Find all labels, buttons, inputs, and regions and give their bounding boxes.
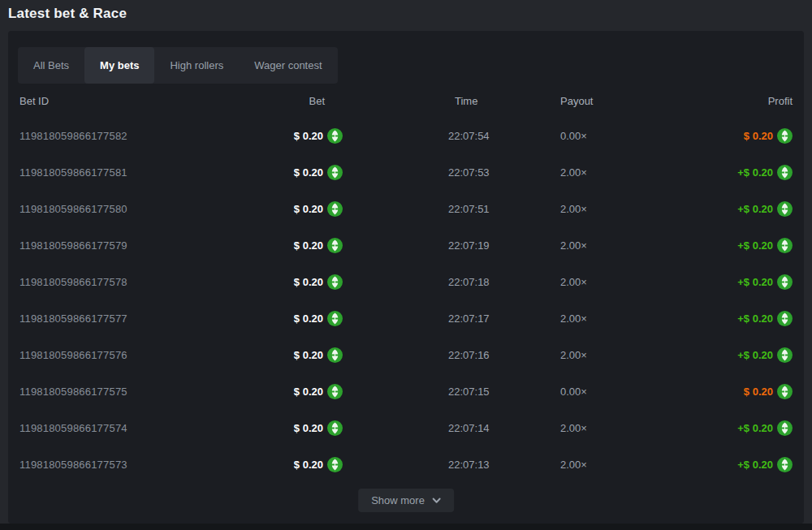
profit-cell: $ 0.20 <box>611 128 793 144</box>
profit-amount: +$ 0.20 <box>737 203 773 215</box>
table-row: 119818059866177582 $ 0.20 22:07:54 0.00×… <box>19 118 793 154</box>
bet-cell: $ 0.20 <box>174 311 343 326</box>
dollar-coin-icon <box>327 128 343 144</box>
table-row: 119818059866177581 $ 0.20 22:07:53 2.00×… <box>19 154 793 191</box>
bet-cell: $ 0.20 <box>174 165 343 180</box>
dollar-coin-icon <box>777 347 793 363</box>
profit-cell: +$ 0.20 <box>611 165 793 180</box>
profit-cell: $ 0.20 <box>611 384 793 399</box>
profit-amount: +$ 0.20 <box>737 422 773 434</box>
dollar-coin-icon <box>327 420 343 436</box>
bet-time: 22:07:18 <box>343 276 489 288</box>
bet-cell: $ 0.20 <box>174 274 343 290</box>
col-header-profit: Profit <box>611 95 793 107</box>
table-row: 119818059866177574 $ 0.20 22:07:14 2.00×… <box>19 410 793 446</box>
bet-id: 119818059866177575 <box>19 386 174 398</box>
bet-time: 22:07:54 <box>343 130 489 142</box>
bet-cell: $ 0.20 <box>174 420 343 436</box>
dollar-coin-icon <box>327 238 343 253</box>
col-header-bet: Bet <box>174 95 343 107</box>
tab-wager-contest[interactable]: Wager contest <box>239 47 337 84</box>
bet-cell: $ 0.20 <box>174 347 343 363</box>
bet-time: 22:07:17 <box>343 312 489 325</box>
profit-cell: +$ 0.20 <box>611 457 793 472</box>
profit-cell: +$ 0.20 <box>611 274 793 290</box>
bet-cell: $ 0.20 <box>174 201 343 217</box>
show-more-label: Show more <box>371 494 425 506</box>
bet-amount: $ 0.20 <box>294 276 323 288</box>
bet-time: 22:07:51 <box>343 203 489 215</box>
col-header-payout: Payout <box>489 95 611 107</box>
dollar-coin-icon <box>327 165 343 180</box>
bet-id: 119818059866177577 <box>19 312 174 325</box>
bet-payout: 0.00× <box>489 386 611 398</box>
bet-time: 22:07:13 <box>343 459 489 471</box>
bet-id: 119818059866177581 <box>19 166 174 179</box>
bet-payout: 2.00× <box>489 459 611 471</box>
profit-amount: $ 0.20 <box>744 386 773 398</box>
bet-payout: 2.00× <box>489 166 611 179</box>
bet-amount: $ 0.20 <box>294 239 323 252</box>
show-more-button[interactable]: Show more <box>358 489 454 512</box>
profit-amount: +$ 0.20 <box>737 349 773 361</box>
table-row: 119818059866177573 $ 0.20 22:07:13 2.00×… <box>19 446 793 483</box>
profit-cell: +$ 0.20 <box>611 238 793 253</box>
bet-time: 22:07:15 <box>343 386 489 398</box>
latest-bets-panel: All Bets My bets High rollers Wager cont… <box>8 31 804 524</box>
bet-payout: 0.00× <box>489 130 611 142</box>
bet-amount: $ 0.20 <box>294 130 323 142</box>
dollar-coin-icon <box>777 238 793 253</box>
bet-amount: $ 0.20 <box>294 386 323 398</box>
tab-high-rollers[interactable]: High rollers <box>154 47 239 84</box>
col-header-time: Time <box>343 95 489 107</box>
tab-my-bets[interactable]: My bets <box>84 47 154 84</box>
bet-id: 119818059866177582 <box>19 130 174 142</box>
dollar-coin-icon <box>777 311 793 326</box>
bet-amount: $ 0.20 <box>294 349 323 361</box>
bet-id: 119818059866177574 <box>19 422 174 434</box>
bet-cell: $ 0.20 <box>174 238 343 253</box>
bet-payout: 2.00× <box>489 276 611 288</box>
dollar-coin-icon <box>777 274 793 290</box>
dollar-coin-icon <box>777 457 793 472</box>
table-row: 119818059866177576 $ 0.20 22:07:16 2.00×… <box>19 337 793 373</box>
bet-cell: $ 0.20 <box>174 384 343 399</box>
bet-payout: 2.00× <box>489 239 611 252</box>
table-row: 119818059866177575 $ 0.20 22:07:15 0.00×… <box>19 373 793 410</box>
bets-tabbar: All Bets My bets High rollers Wager cont… <box>18 47 338 84</box>
profit-amount: +$ 0.20 <box>737 276 773 288</box>
dollar-coin-icon <box>327 311 343 326</box>
table-header-row: Bet ID Bet Time Payout Profit <box>19 95 793 106</box>
dollar-coin-icon <box>777 128 793 144</box>
dollar-coin-icon <box>777 420 793 436</box>
bets-table: Bet ID Bet Time Payout Profit 1198180598… <box>19 95 793 483</box>
bet-amount: $ 0.20 <box>294 312 323 325</box>
bet-cell: $ 0.20 <box>174 457 343 472</box>
table-row: 119818059866177579 $ 0.20 22:07:19 2.00×… <box>19 227 793 264</box>
dollar-coin-icon <box>777 201 793 217</box>
dollar-coin-icon <box>327 347 343 363</box>
dollar-coin-icon <box>777 384 793 399</box>
bet-id: 119818059866177578 <box>19 276 174 288</box>
bet-cell: $ 0.20 <box>174 128 343 144</box>
dollar-coin-icon <box>777 165 793 180</box>
bet-payout: 2.00× <box>489 422 611 434</box>
bet-id: 119818059866177579 <box>19 239 174 252</box>
bet-time: 22:07:16 <box>343 349 489 361</box>
col-header-bet-id: Bet ID <box>19 95 174 107</box>
table-row: 119818059866177577 $ 0.20 22:07:17 2.00×… <box>19 300 793 337</box>
page-footer-strip <box>0 524 812 530</box>
bet-amount: $ 0.20 <box>294 166 323 179</box>
table-row: 119818059866177578 $ 0.20 22:07:18 2.00×… <box>19 264 793 300</box>
chevron-down-icon <box>432 498 441 504</box>
bet-id: 119818059866177580 <box>19 203 174 215</box>
bet-payout: 2.00× <box>489 203 611 215</box>
page-title: Latest bet & Race <box>8 6 127 22</box>
table-body: 119818059866177582 $ 0.20 22:07:54 0.00×… <box>19 118 793 483</box>
tab-all-bets[interactable]: All Bets <box>18 47 84 84</box>
profit-amount: +$ 0.20 <box>737 239 773 252</box>
profit-cell: +$ 0.20 <box>611 420 793 436</box>
bet-amount: $ 0.20 <box>294 203 323 215</box>
dollar-coin-icon <box>327 457 343 472</box>
profit-cell: +$ 0.20 <box>611 311 793 326</box>
